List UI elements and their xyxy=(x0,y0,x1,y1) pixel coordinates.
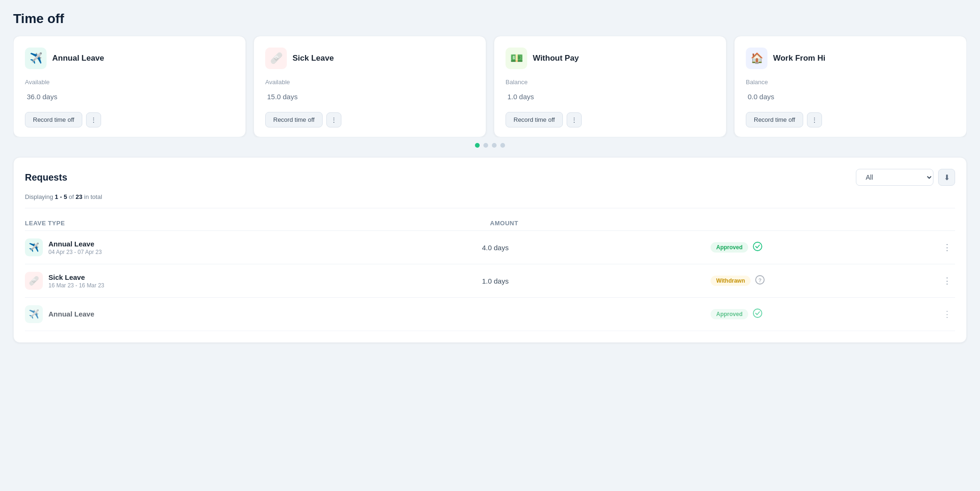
annual-leave-card: ✈️ Annual Leave Available 36.0days Recor… xyxy=(13,36,246,137)
sick-leave-title: Sick Leave xyxy=(292,54,334,63)
requests-section: Requests All Annual Leave Sick Leave Wit… xyxy=(13,157,967,343)
sick-leave-card: 🩹 Sick Leave Available 15.0days Record t… xyxy=(253,36,486,137)
work-from-home-actions: Record time off ⋮ xyxy=(746,112,955,127)
sick-leave-icon: 🩹 xyxy=(265,48,287,69)
svg-point-0 xyxy=(753,242,762,251)
leave-cards-container: ✈️ Annual Leave Available 36.0days Recor… xyxy=(13,36,967,137)
svg-point-3 xyxy=(753,309,762,317)
annual-leave-more-button[interactable]: ⋮ xyxy=(86,112,101,127)
work-from-home-icon: 🏠 xyxy=(746,48,767,69)
col-header-amount: Amount xyxy=(490,220,723,227)
row-1-leave-dates: 04 Apr 23 - 07 Apr 23 xyxy=(48,249,102,255)
row-2-amount: 1.0 days xyxy=(482,277,711,285)
displaying-text: Displaying 1 - 5 of 23 in total xyxy=(25,193,955,208)
annual-leave-actions: Record time off ⋮ xyxy=(25,112,234,127)
row-2-leave-info: 🩹 Sick Leave 16 Mar 23 - 16 Mar 23 xyxy=(25,272,482,290)
without-pay-icon: 💵 xyxy=(506,48,527,69)
row-2-leave-name: Sick Leave xyxy=(48,273,104,281)
carousel-dot-2[interactable] xyxy=(483,143,488,148)
table-header: Leave type Amount xyxy=(25,216,955,231)
annual-leave-balance-label: Available xyxy=(25,79,234,86)
work-from-home-balance-value: 0.0days xyxy=(746,87,955,103)
sick-leave-actions: Record time off ⋮ xyxy=(265,112,474,127)
without-pay-more-button[interactable]: ⋮ xyxy=(567,112,582,127)
work-from-home-balance-label: Balance xyxy=(746,79,955,86)
col-header-status xyxy=(723,220,956,227)
row-1-status-icon xyxy=(753,242,762,253)
col-header-leave-type: Leave type xyxy=(25,220,490,227)
without-pay-record-button[interactable]: Record time off xyxy=(506,112,563,127)
sick-leave-header: 🩹 Sick Leave xyxy=(265,48,474,69)
sick-leave-balance-value: 15.0days xyxy=(265,87,474,103)
without-pay-actions: Record time off ⋮ xyxy=(506,112,715,127)
row-2-status: Withdrawn ? xyxy=(711,275,939,287)
row-2-menu[interactable]: ⋮ xyxy=(939,274,955,288)
work-from-home-card: 🏠 Work From Hi Balance 0.0days Record ti… xyxy=(734,36,967,137)
annual-leave-icon: ✈️ xyxy=(25,48,47,69)
requests-table: Leave type Amount ✈️ Annual Leave 04 Apr… xyxy=(25,216,955,331)
requests-header: Requests All Annual Leave Sick Leave Wit… xyxy=(25,169,955,186)
displaying-range: 1 - 5 xyxy=(55,193,67,200)
row-3-leave-name: Annual Leave xyxy=(48,310,95,318)
annual-leave-record-button[interactable]: Record time off xyxy=(25,112,82,127)
row-1-leave-name: Annual Leave xyxy=(48,240,102,248)
row-1-status: Approved xyxy=(711,242,939,253)
carousel-dot-3[interactable] xyxy=(492,143,497,148)
row-1-leave-info: ✈️ Annual Leave 04 Apr 23 - 07 Apr 23 xyxy=(25,238,482,256)
row-2-leave-icon: 🩹 xyxy=(25,272,43,290)
row-1-status-badge: Approved xyxy=(711,242,748,253)
carousel-dot-4[interactable] xyxy=(500,143,505,148)
table-row: ✈️ Annual Leave Approved ⋮ xyxy=(25,298,955,331)
carousel-dot-1[interactable] xyxy=(475,143,480,148)
without-pay-title: Without Pay xyxy=(533,54,579,63)
work-from-home-more-button[interactable]: ⋮ xyxy=(807,112,822,127)
row-2-leave-dates: 16 Mar 23 - 16 Mar 23 xyxy=(48,282,104,289)
table-row: ✈️ Annual Leave 04 Apr 23 - 07 Apr 23 4.… xyxy=(25,231,955,264)
row-3-status: Approved xyxy=(711,309,939,320)
requests-filter-select[interactable]: All Annual Leave Sick Leave Without Pay … xyxy=(856,169,933,186)
row-1-menu[interactable]: ⋮ xyxy=(939,240,955,254)
requests-filter-area: All Annual Leave Sick Leave Without Pay … xyxy=(856,169,955,186)
row-1-amount: 4.0 days xyxy=(482,244,711,252)
annual-leave-header: ✈️ Annual Leave xyxy=(25,48,234,69)
carousel-dots xyxy=(13,143,967,148)
annual-leave-balance-value: 36.0days xyxy=(25,87,234,103)
sick-leave-balance-label: Available xyxy=(265,79,474,86)
without-pay-balance-label: Balance xyxy=(506,79,715,86)
without-pay-header: 💵 Without Pay xyxy=(506,48,715,69)
row-2-status-icon: ? xyxy=(755,275,765,287)
row-2-status-badge: Withdrawn xyxy=(711,276,751,286)
work-from-home-record-button[interactable]: Record time off xyxy=(746,112,803,127)
annual-leave-title: Annual Leave xyxy=(52,54,104,63)
row-3-leave-icon: ✈️ xyxy=(25,305,43,323)
row-3-status-badge: Approved xyxy=(711,309,748,319)
row-3-menu[interactable]: ⋮ xyxy=(939,307,955,321)
row-1-leave-icon: ✈️ xyxy=(25,238,43,256)
sick-leave-more-button[interactable]: ⋮ xyxy=(326,112,341,127)
row-3-leave-info: ✈️ Annual Leave xyxy=(25,305,482,323)
work-from-home-header: 🏠 Work From Hi xyxy=(746,48,955,69)
row-3-status-icon xyxy=(753,309,762,320)
displaying-total: 23 xyxy=(76,193,82,200)
without-pay-balance-value: 1.0days xyxy=(506,87,715,103)
without-pay-card: 💵 Without Pay Balance 1.0days Record tim… xyxy=(494,36,727,137)
page-title: Time off xyxy=(13,11,967,26)
sick-leave-record-button[interactable]: Record time off xyxy=(265,112,323,127)
download-button[interactable]: ⬇ xyxy=(938,169,955,186)
table-row: 🩹 Sick Leave 16 Mar 23 - 16 Mar 23 1.0 d… xyxy=(25,264,955,298)
svg-text:?: ? xyxy=(759,277,762,283)
requests-title: Requests xyxy=(25,172,67,183)
work-from-home-title: Work From Hi xyxy=(773,54,825,63)
